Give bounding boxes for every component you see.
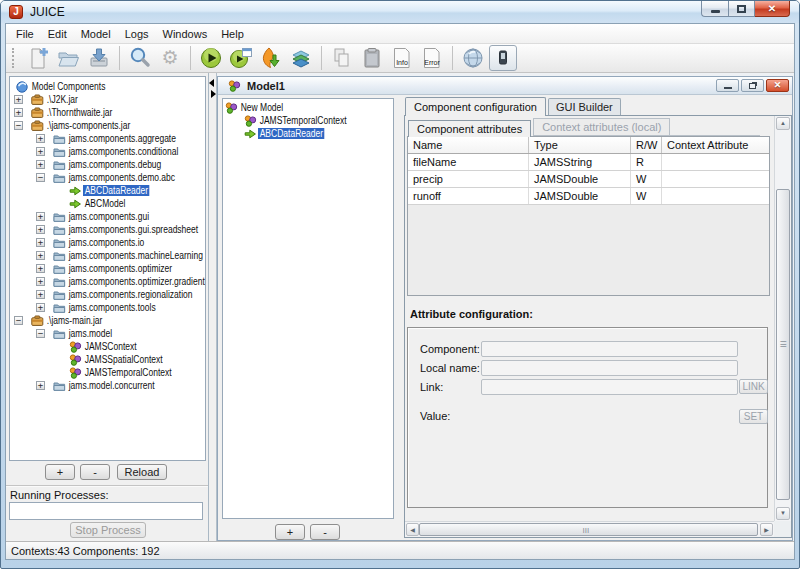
tree-item[interactable]: +jams.components.gui.spreadsheet — [10, 223, 205, 236]
tree-item[interactable]: +jams.components.conditional — [10, 145, 205, 158]
set-button[interactable]: SET — [739, 409, 768, 424]
vertical-scroll-thumb[interactable]: ☰ — [776, 189, 790, 500]
collapse-left-icon[interactable] — [209, 79, 214, 87]
expand-icon[interactable]: + — [36, 212, 45, 221]
link-button[interactable]: LINK — [739, 379, 768, 394]
collapse-icon[interactable]: − — [14, 316, 23, 325]
menu-edit[interactable]: Edit — [41, 25, 74, 43]
collapse-icon[interactable]: − — [36, 173, 45, 182]
tree-item[interactable]: +jams.components.gui — [10, 210, 205, 223]
vertical-scrollbar[interactable]: ▲ ☰ ▼ — [774, 116, 791, 521]
error-log-button[interactable]: Error — [418, 45, 446, 71]
tree-item[interactable]: JAMSContext — [10, 340, 205, 353]
collapse-right-icon[interactable] — [211, 90, 216, 98]
column-header[interactable]: Context Attribute — [662, 137, 769, 153]
scroll-up-button[interactable]: ▲ — [776, 117, 790, 130]
remove-component-button[interactable]: - — [310, 524, 340, 540]
tree-item[interactable]: ABCDataReader — [10, 184, 205, 197]
tree-item[interactable]: ABCModel — [10, 197, 205, 210]
tree-item[interactable]: +jams.components.optimizer — [10, 262, 205, 275]
tree-item[interactable]: JAMSTemporalContext — [223, 114, 393, 127]
tree-item[interactable]: +jams.components.io — [10, 236, 205, 249]
table-row[interactable]: runoffJAMSDoubleW — [408, 188, 769, 205]
column-header[interactable]: Type — [529, 137, 631, 153]
tree-item[interactable]: +.\Thornthwaite.jar — [10, 106, 205, 119]
add-library-button[interactable]: + — [45, 464, 75, 480]
local-name-field[interactable] — [481, 360, 738, 376]
save-model-button[interactable] — [85, 45, 113, 71]
expand-icon[interactable]: + — [36, 160, 45, 169]
tab-component-attributes[interactable]: Component attributes — [408, 120, 531, 137]
horizontal-scroll-thumb[interactable]: III — [419, 523, 758, 536]
search-button[interactable] — [126, 45, 154, 71]
tree-item[interactable]: +jams.components.regionalization — [10, 288, 205, 301]
model-minimize-button[interactable] — [716, 79, 739, 92]
menu-help[interactable]: Help — [214, 25, 251, 43]
expand-icon[interactable]: + — [36, 225, 45, 234]
info-log-button[interactable]: Info — [388, 45, 416, 71]
component-field[interactable] — [481, 341, 738, 357]
horizontal-scrollbar[interactable]: ◀ III ▶ — [405, 521, 774, 537]
collapse-icon[interactable]: − — [14, 121, 23, 130]
tab-gui-builder[interactable]: GUI Builder — [548, 98, 621, 115]
copy-button[interactable] — [328, 45, 356, 71]
device-button[interactable] — [489, 45, 517, 71]
tree-item[interactable]: +jams.components.aggregate — [10, 132, 205, 145]
column-header[interactable]: R/W — [631, 137, 662, 153]
tree-item[interactable]: +.\J2K.jar — [10, 93, 205, 106]
column-header[interactable]: Name — [408, 137, 529, 153]
expand-icon[interactable]: + — [36, 277, 45, 286]
minimize-button[interactable] — [701, 1, 728, 17]
maximize-button[interactable] — [728, 1, 755, 17]
menu-logs[interactable]: Logs — [118, 25, 156, 43]
scroll-right-button[interactable]: ▶ — [760, 523, 773, 536]
title-bar[interactable]: J JUICE ✕ — [1, 1, 799, 23]
stop-process-button[interactable]: Stop Process — [70, 522, 146, 538]
tree-item[interactable]: JAMSTemporalContext — [10, 366, 205, 379]
expand-icon[interactable]: + — [36, 381, 45, 390]
export-model-button[interactable] — [257, 45, 285, 71]
tree-item[interactable]: +jams.components.machineLearning — [10, 249, 205, 262]
run-model-gui-button[interactable] — [227, 45, 255, 71]
split-divider[interactable] — [209, 73, 217, 541]
reload-button[interactable]: Reload — [117, 464, 167, 480]
menu-model[interactable]: Model — [74, 25, 118, 43]
tree-item[interactable]: −jams.components.demo.abc — [10, 171, 205, 184]
expand-icon[interactable]: + — [36, 251, 45, 260]
tree-item[interactable]: JAMSSpatialContext — [10, 353, 205, 366]
world-button[interactable] — [459, 45, 487, 71]
menu-windows[interactable]: Windows — [156, 25, 215, 43]
model-restore-button[interactable] — [741, 79, 764, 92]
expand-icon[interactable]: + — [36, 238, 45, 247]
paste-button[interactable] — [358, 45, 386, 71]
tree-item[interactable]: ABCDataReader — [223, 127, 393, 140]
expand-icon[interactable]: + — [36, 264, 45, 273]
close-button[interactable]: ✕ — [755, 1, 790, 17]
model-close-button[interactable]: ✕ — [766, 79, 789, 92]
table-row[interactable]: fileNameJAMSStringR — [408, 154, 769, 171]
link-field[interactable] — [481, 379, 738, 395]
tree-item[interactable]: +jams.components.debug — [10, 158, 205, 171]
map-layers-button[interactable] — [287, 45, 315, 71]
tree-item[interactable]: −.\jams-main.jar — [10, 314, 205, 327]
menu-file[interactable]: File — [9, 25, 41, 43]
new-model-button[interactable] — [25, 45, 53, 71]
scroll-left-button[interactable]: ◀ — [406, 523, 419, 536]
collapse-icon[interactable]: − — [36, 329, 45, 338]
tree-item[interactable]: New Model — [223, 101, 393, 114]
tree-item[interactable]: Model Components — [10, 80, 205, 93]
tree-item[interactable]: −.\jams-components.jar — [10, 119, 205, 132]
open-model-button[interactable] — [55, 45, 83, 71]
tree-item[interactable]: −jams.model — [10, 327, 205, 340]
expand-icon[interactable]: + — [36, 134, 45, 143]
run-model-button[interactable] — [197, 45, 225, 71]
expand-icon[interactable]: + — [36, 290, 45, 299]
add-component-button[interactable]: + — [275, 524, 305, 540]
table-row[interactable]: precipJAMSDoubleW — [408, 171, 769, 188]
expand-icon[interactable]: + — [36, 147, 45, 156]
model-window-titlebar[interactable]: Model1 ✕ — [218, 77, 792, 95]
scroll-down-button[interactable]: ▼ — [776, 507, 790, 520]
expand-icon[interactable]: + — [14, 108, 23, 117]
tree-item[interactable]: +jams.components.optimizer.gradient — [10, 275, 205, 288]
running-processes-list[interactable] — [9, 502, 203, 520]
